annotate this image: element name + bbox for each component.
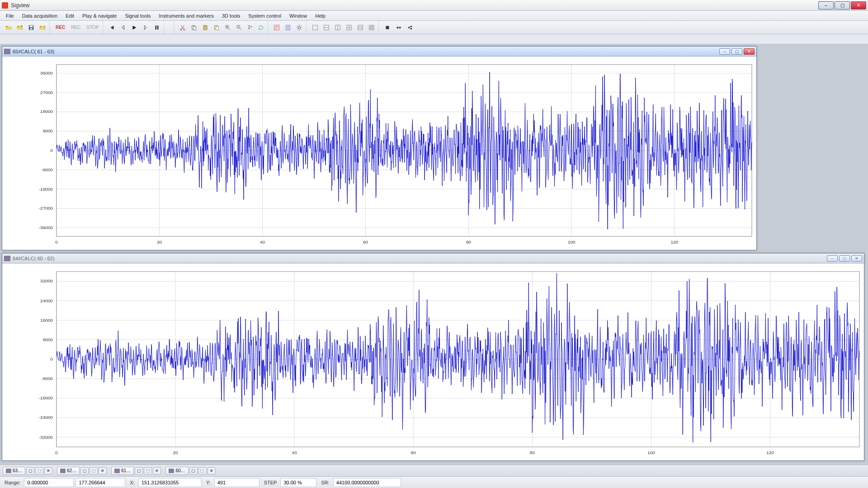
properties-icon[interactable] — [272, 23, 282, 33]
status-range-from: 0.000000 — [24, 478, 74, 487]
open-folder-icon[interactable] — [38, 23, 47, 33]
zoom-2x-icon[interactable]: 2ˣ — [245, 23, 255, 33]
mdi-tab-63[interactable]: 63… — [3, 467, 25, 475]
menu-play-navigate[interactable]: Play & navigate — [78, 12, 121, 20]
menu-instruments-markers[interactable]: Instruments and markers — [155, 12, 218, 20]
app-title: Sigview — [11, 2, 818, 9]
refresh-icon[interactable] — [256, 23, 266, 33]
window-header[interactable]: 65#CALC( 61 - 63) – ▢ ✕ — [2, 47, 756, 56]
layout6-icon[interactable] — [367, 23, 377, 33]
status-step-value: 30.00 % — [280, 478, 316, 487]
close-button[interactable]: ✕ — [851, 1, 866, 9]
svg-rect-9 — [193, 26, 196, 30]
copy-icon[interactable] — [189, 23, 199, 33]
svg-text:40: 40 — [292, 450, 297, 455]
child-close-button[interactable]: ✕ — [744, 48, 755, 55]
step-forward-icon[interactable] — [141, 23, 151, 33]
svg-rect-24 — [369, 25, 374, 30]
svg-text:60: 60 — [363, 239, 368, 244]
layout2-icon[interactable] — [321, 23, 331, 33]
tab-maximize-button[interactable]: ⬚ — [198, 467, 207, 474]
layout4-icon[interactable] — [344, 23, 354, 33]
tab-restore-button[interactable]: ▢ — [80, 467, 89, 474]
cut-icon[interactable] — [178, 23, 188, 33]
app-icon — [2, 2, 8, 9]
analyze1-icon[interactable] — [382, 23, 392, 33]
layout1-icon[interactable] — [310, 23, 320, 33]
paste-icon[interactable] — [200, 23, 210, 33]
save-icon[interactable] — [26, 23, 36, 33]
zoom-out-icon[interactable] — [234, 23, 244, 33]
plot-area[interactable]: 020406080100120-32000-24000-16000-800008… — [2, 263, 864, 460]
open-icon[interactable] — [4, 23, 14, 33]
tab-close-button[interactable]: ✕ — [44, 467, 52, 474]
status-y-value: 491 — [214, 478, 259, 487]
step-back-icon[interactable] — [118, 23, 128, 33]
calc-tool-icon[interactable] — [283, 23, 293, 33]
menu-system-control[interactable]: System control — [244, 12, 285, 20]
tab-close-button[interactable]: ✕ — [99, 467, 107, 474]
open-alt-icon[interactable] — [15, 23, 25, 33]
record-alt-icon[interactable]: REC — [69, 23, 83, 33]
menu-help[interactable]: Help — [311, 12, 330, 20]
tab-restore-button[interactable]: ▢ — [135, 467, 143, 474]
tab-close-button[interactable]: ✕ — [153, 467, 161, 474]
svg-text:24000: 24000 — [40, 298, 53, 303]
svg-text:-24000: -24000 — [39, 415, 53, 420]
minimize-button[interactable]: – — [818, 1, 834, 9]
pause-icon[interactable] — [152, 23, 162, 33]
stop-record-icon[interactable]: STOP — [84, 23, 101, 33]
status-bar: Range: 0.000000 177.266644 X: 151.312683… — [0, 476, 868, 488]
layout5-icon[interactable] — [355, 23, 365, 33]
svg-text:9000: 9000 — [43, 128, 53, 133]
mdi-tab-60[interactable]: 60… — [165, 467, 188, 475]
record-icon[interactable]: REC — [53, 23, 67, 33]
svg-text:40: 40 — [260, 239, 265, 244]
copy-alt-icon[interactable] — [212, 23, 222, 33]
skip-start-icon[interactable] — [107, 23, 117, 33]
tab-close-button[interactable]: ✕ — [208, 467, 216, 474]
svg-text:18000: 18000 — [40, 109, 53, 114]
tab-maximize-button[interactable]: ⬚ — [90, 467, 98, 474]
tab-restore-button[interactable]: ▢ — [26, 467, 34, 474]
svg-rect-4 — [156, 25, 157, 29]
svg-text:80: 80 — [530, 450, 535, 455]
signal-window-64: 64#CALC( 60 - 62) – ▢ ✕ 020406080100120-… — [2, 253, 864, 461]
menu-signal-tools[interactable]: Signal tools — [121, 12, 155, 20]
svg-rect-3 — [30, 28, 32, 29]
menu-data-acquisition[interactable]: Data acquisition — [18, 12, 61, 20]
svg-text:36000: 36000 — [40, 70, 53, 75]
window-title: 64#CALC( 60 - 62) — [13, 256, 827, 261]
child-maximize-button[interactable]: ▢ — [731, 48, 742, 55]
layout3-icon[interactable] — [333, 23, 343, 33]
svg-rect-11 — [205, 25, 207, 26]
tab-maximize-button[interactable]: ⬚ — [35, 467, 43, 474]
child-minimize-button[interactable]: – — [827, 255, 838, 262]
svg-text:0: 0 — [55, 450, 58, 455]
menu-3d-tools[interactable]: 3D tools — [218, 12, 244, 20]
tab-restore-button[interactable]: ▢ — [189, 467, 198, 474]
plot-area[interactable]: 020406080100120-36000-27000-18000-900009… — [2, 56, 756, 250]
status-step-label: STEP — [259, 480, 279, 485]
menu-edit[interactable]: Edit — [61, 12, 78, 20]
mdi-tab-61[interactable]: 61… — [111, 467, 134, 475]
maximize-button[interactable]: ▢ — [835, 1, 850, 9]
svg-text:-27000: -27000 — [39, 206, 53, 211]
mdi-tab-62[interactable]: 62… — [57, 467, 80, 475]
menu-file[interactable]: File — [2, 12, 18, 20]
tab-maximize-button[interactable]: ⬚ — [144, 467, 152, 474]
child-close-button[interactable]: ✕ — [851, 255, 862, 262]
analyze3-icon[interactable] — [405, 23, 415, 33]
zoom-in-icon[interactable] — [223, 23, 233, 33]
child-maximize-button[interactable]: ▢ — [839, 255, 850, 262]
svg-text:0: 0 — [50, 357, 53, 361]
settings-icon[interactable] — [294, 23, 304, 33]
status-y-label: Y: — [202, 480, 212, 485]
analyze2-icon[interactable] — [394, 23, 404, 33]
svg-rect-23 — [358, 25, 363, 30]
play-icon[interactable] — [129, 23, 139, 33]
menu-window[interactable]: Window — [285, 12, 311, 20]
child-minimize-button[interactable]: – — [719, 48, 730, 55]
window-header[interactable]: 64#CALC( 60 - 62) – ▢ ✕ — [2, 253, 864, 263]
svg-text:-16000: -16000 — [39, 395, 53, 400]
